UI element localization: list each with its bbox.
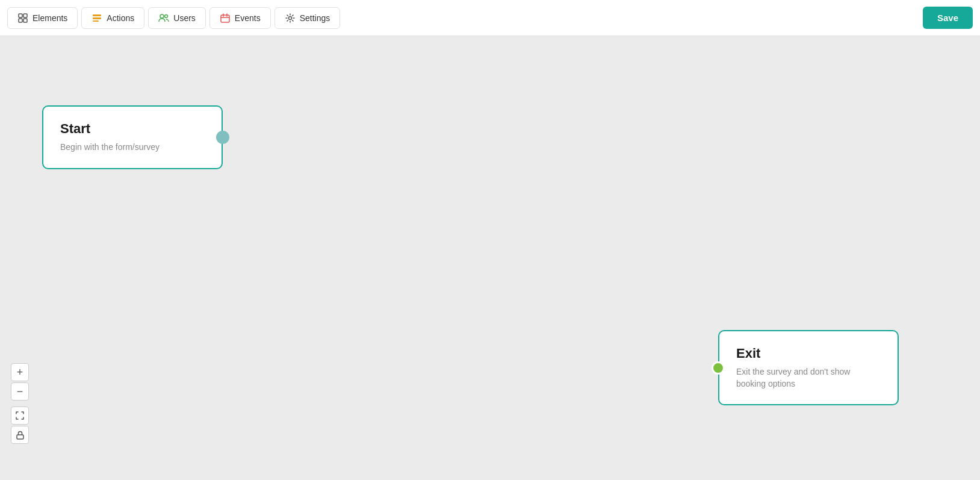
tab-users-label: Users	[173, 13, 196, 23]
svg-point-13	[288, 16, 291, 19]
exit-node[interactable]: Exit Exit the survey and don't show book…	[718, 330, 899, 405]
svg-rect-1	[23, 14, 27, 17]
svg-rect-6	[93, 20, 99, 22]
svg-point-8	[165, 14, 168, 17]
elements-icon	[17, 13, 28, 23]
zoom-out-button[interactable]: −	[11, 382, 29, 401]
save-button[interactable]: Save	[923, 7, 973, 29]
start-node-description: Begin with the form/survey	[60, 142, 205, 154]
zoom-controls: + −	[11, 363, 29, 444]
start-node-connector[interactable]	[216, 131, 229, 144]
tab-events-label: Events	[235, 13, 261, 23]
lock-icon	[16, 431, 24, 440]
events-icon	[220, 13, 231, 23]
tab-elements[interactable]: Elements	[7, 7, 78, 29]
users-icon	[158, 13, 169, 23]
actions-icon	[91, 13, 102, 23]
svg-point-7	[160, 14, 164, 18]
svg-rect-0	[19, 14, 22, 17]
fit-icon	[16, 411, 24, 420]
svg-rect-4	[93, 14, 101, 16]
canvas: Start Begin with the form/survey Exit Ex…	[0, 36, 980, 480]
tab-users[interactable]: Users	[148, 7, 206, 29]
svg-rect-9	[221, 15, 229, 22]
tab-actions-label: Actions	[107, 13, 134, 23]
settings-icon	[285, 13, 296, 23]
svg-rect-3	[23, 19, 27, 22]
fit-button[interactable]	[11, 407, 29, 425]
svg-rect-5	[93, 17, 101, 19]
start-node[interactable]: Start Begin with the form/survey	[42, 105, 223, 169]
tab-settings-label: Settings	[300, 13, 330, 23]
tab-elements-label: Elements	[33, 13, 67, 23]
tab-settings[interactable]: Settings	[274, 7, 341, 29]
svg-rect-2	[19, 19, 22, 22]
svg-rect-14	[17, 435, 23, 439]
exit-node-connector[interactable]	[712, 361, 725, 375]
zoom-in-button[interactable]: +	[11, 363, 29, 381]
start-node-title: Start	[60, 121, 205, 137]
tab-events[interactable]: Events	[209, 7, 271, 29]
zoom-separator	[11, 402, 29, 405]
lock-button[interactable]	[11, 426, 29, 444]
tab-actions[interactable]: Actions	[81, 7, 144, 29]
navbar: Elements Actions Users	[0, 0, 980, 36]
exit-node-description: Exit the survey and don't show booking o…	[736, 366, 881, 390]
exit-node-title: Exit	[736, 346, 881, 361]
